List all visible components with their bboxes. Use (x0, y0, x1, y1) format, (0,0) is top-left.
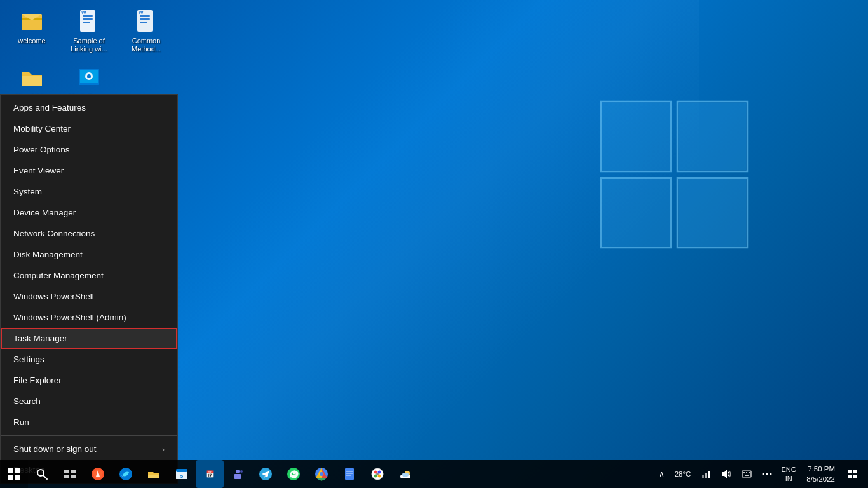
taskbar-docs-icon[interactable] (336, 460, 363, 488)
svg-point-73 (766, 473, 768, 475)
svg-rect-71 (745, 475, 749, 476)
svg-rect-18 (140, 15, 150, 17)
menu-item-network-connections[interactable]: Network Connections (1, 223, 177, 244)
windows-logo (595, 95, 754, 257)
context-menu: Apps and Features Mobility Center Power … (0, 94, 178, 484)
menu-item-settings[interactable]: Settings (1, 349, 177, 370)
taskbar-paint-icon[interactable] (363, 460, 391, 488)
taskbar-temperature[interactable]: 28°C (671, 460, 695, 488)
svg-rect-33 (71, 470, 76, 473)
svg-rect-34 (64, 475, 69, 478)
taskbar-brave-icon[interactable] (84, 460, 112, 488)
svg-rect-40 (176, 469, 187, 472)
taskbar-calendar-icon[interactable]: 5 (168, 460, 196, 488)
taskbar-keyboard-icon[interactable] (738, 460, 756, 488)
badge-count: 📅 (205, 470, 214, 478)
svg-rect-76 (853, 470, 857, 473)
menu-item-system[interactable]: System (1, 181, 177, 202)
svg-rect-3 (679, 103, 746, 170)
menu-item-disk-management[interactable]: Disk Management (1, 244, 177, 265)
mediacreate-icon (76, 65, 102, 90)
svg-rect-68 (743, 472, 745, 473)
taskbar-taskview-icon[interactable] (56, 460, 84, 488)
taskbar-network-icon[interactable] (697, 460, 715, 488)
menu-item-device-manager[interactable]: Device Manager (1, 202, 177, 223)
svg-rect-63 (702, 475, 704, 478)
svg-rect-13 (83, 15, 93, 17)
svg-rect-69 (746, 472, 747, 473)
taskbar-volume-icon[interactable] (717, 460, 735, 488)
taskbar-teams-icon[interactable] (224, 460, 252, 488)
taskbar: 5 📅 (0, 460, 868, 488)
svg-rect-67 (742, 471, 751, 477)
svg-rect-43 (234, 474, 241, 479)
desktop: welcome W Sample of Linking wi... W Comm… (0, 0, 868, 488)
svg-rect-14 (83, 18, 93, 20)
menu-item-run[interactable]: Run (1, 412, 177, 433)
taskbar-chrome-icon[interactable] (308, 460, 336, 488)
menu-item-windows-powershell[interactable]: Windows PowerShell (1, 286, 177, 307)
svg-rect-62 (402, 473, 409, 477)
svg-rect-77 (848, 475, 852, 478)
menu-item-task-manager[interactable]: Task Manager (1, 328, 177, 349)
taskbar-telegram-icon[interactable] (252, 460, 280, 488)
svg-text:5: 5 (180, 473, 184, 479)
temperature-display: 28°C (675, 470, 691, 478)
menu-item-power-options[interactable]: Power Options (1, 139, 177, 160)
taskbar-search-icon[interactable] (28, 460, 56, 488)
svg-rect-1 (602, 103, 670, 170)
start-button[interactable] (0, 460, 28, 488)
taskbar-clock[interactable]: 7:50 PM 8/5/2022 (801, 460, 840, 488)
svg-rect-65 (708, 471, 710, 478)
clock-date: 8/5/2022 (806, 474, 835, 484)
menu-item-file-explorer[interactable]: File Explorer (1, 370, 177, 391)
sample-linking-label: Sample of Linking wi... (66, 37, 112, 53)
svg-rect-35 (71, 475, 76, 478)
desktop-icon-sample-linking[interactable]: W Sample of Linking wi... (64, 6, 114, 56)
taskbar-badge-icon[interactable]: 📅 (196, 460, 224, 488)
taskbar-edge-icon[interactable] (112, 460, 140, 488)
svg-rect-32 (64, 470, 69, 473)
svg-point-72 (763, 473, 764, 475)
svg-rect-53 (346, 475, 351, 476)
sample-linking-icon: W (76, 9, 102, 34)
up-arrow-icon: ∧ (659, 470, 665, 478)
svg-point-44 (240, 470, 243, 473)
menu-item-windows-powershell-admin[interactable]: Windows PowerShell (Admin) (1, 307, 177, 328)
menu-item-mobility-center[interactable]: Mobility Center (1, 118, 177, 139)
taskbar-more-icons[interactable] (758, 460, 776, 488)
menu-item-search[interactable]: Search (1, 391, 177, 412)
svg-rect-20 (140, 22, 147, 23)
taskbar-notification-button[interactable] (843, 460, 863, 488)
welcome-label: welcome (18, 37, 45, 45)
taskbar-whatsapp-icon[interactable] (280, 460, 308, 488)
svg-point-59 (376, 473, 379, 475)
menu-item-shut-down[interactable]: Shut down or sign out › (1, 438, 177, 459)
menu-item-event-viewer[interactable]: Event Viewer (1, 160, 177, 181)
clock-time: 7:50 PM (808, 464, 835, 474)
taskbar-explorer-icon[interactable] (140, 460, 168, 488)
taskbar-app-icons: 5 📅 (28, 460, 650, 488)
taskbar-weather-icon[interactable] (391, 460, 419, 488)
taskbar-hidden-icons[interactable]: ∧ (655, 460, 668, 488)
taskbar-language-indicator[interactable]: ENG IN (778, 460, 799, 488)
svg-rect-19 (140, 18, 150, 20)
common-method-label: Common Method... (123, 37, 169, 53)
desktop-icon-welcome[interactable]: welcome (6, 6, 57, 56)
svg-point-25 (87, 74, 91, 78)
menu-item-apps-features[interactable]: Apps and Features (1, 97, 177, 118)
svg-line-31 (43, 475, 47, 479)
desktop-icon-common-method[interactable]: W Common Method... (121, 6, 172, 56)
common-method-icon: W (133, 9, 159, 34)
svg-rect-75 (848, 470, 852, 473)
desktop-icons-area: welcome W Sample of Linking wi... W Comm… (6, 6, 197, 104)
svg-rect-28 (8, 475, 13, 480)
svg-rect-29 (15, 475, 20, 480)
language-country: IN (785, 474, 792, 483)
menu-item-computer-management[interactable]: Computer Management (1, 265, 177, 286)
svg-text:W: W (139, 10, 144, 15)
new-folder-icon (19, 65, 44, 90)
svg-rect-15 (83, 22, 90, 23)
svg-rect-27 (15, 468, 20, 473)
svg-rect-50 (345, 468, 354, 480)
